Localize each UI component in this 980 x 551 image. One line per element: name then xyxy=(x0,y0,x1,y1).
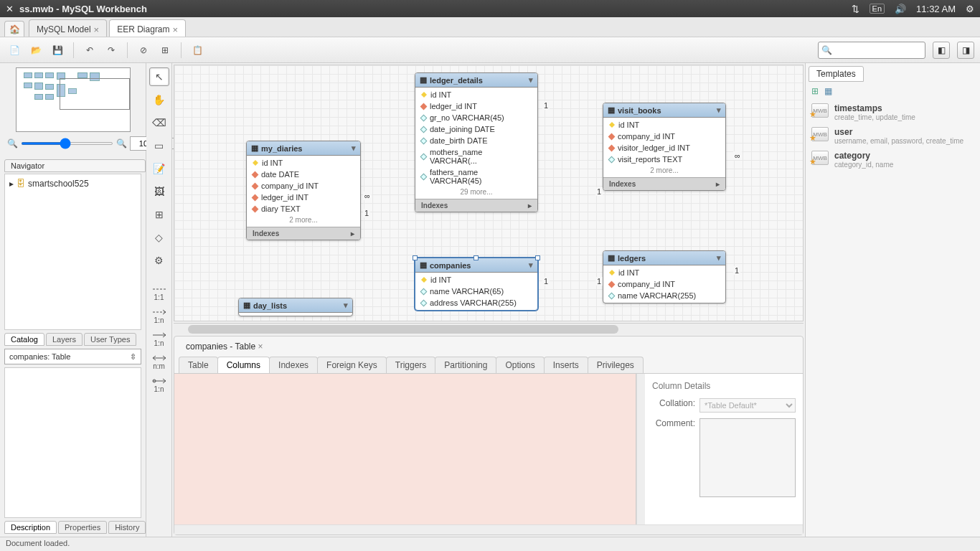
indexes-section[interactable]: Indexes▸ xyxy=(247,227,360,240)
table-column[interactable]: id INT xyxy=(247,157,360,169)
view-tool[interactable]: ◇ xyxy=(149,228,169,247)
minimap[interactable] xyxy=(16,67,131,132)
indexes-section[interactable]: Indexes▸ xyxy=(415,199,537,212)
layer-tool[interactable]: ▭ xyxy=(149,136,169,155)
close-icon[interactable]: × xyxy=(173,24,179,35)
table-column[interactable]: fathers_name VARCHAR(45) xyxy=(415,166,537,187)
table-header[interactable]: ▦ledgers▾ xyxy=(603,251,725,265)
validate-button[interactable]: ⊘ xyxy=(135,42,152,59)
template-item-timestamps[interactable]: MWB★timestampscreate_time, update_time xyxy=(809,100,977,124)
table-column[interactable]: id INT xyxy=(415,274,537,286)
table-header[interactable]: ▦my_diaries▾ xyxy=(247,141,360,156)
columns-grid[interactable] xyxy=(174,374,636,524)
eer-table-companies[interactable]: ▦companies▾id INTname VARCHAR(65)address… xyxy=(415,258,538,311)
template-list-icon[interactable]: ▦ xyxy=(824,86,832,96)
eer-table-ledgers[interactable]: ▦ledgers▾id INTcompany_id INTname VARCHA… xyxy=(603,250,726,303)
table-column[interactable]: company_id INT xyxy=(247,180,360,192)
table-column[interactable]: ledger_id INT xyxy=(247,192,360,203)
templates-tab[interactable]: Templates xyxy=(809,66,864,82)
subtab-inserts[interactable]: Inserts xyxy=(544,357,588,373)
rel-1-n-id-tool[interactable]: 1:n xyxy=(149,330,170,349)
table-column[interactable]: address VARCHAR(255) xyxy=(415,297,537,309)
tab-layers[interactable]: Layers xyxy=(46,333,83,346)
subtab-table[interactable]: Table xyxy=(179,357,218,373)
navigator-tab[interactable]: Navigator xyxy=(4,159,146,172)
rel-n-m-tool[interactable]: n:m xyxy=(149,353,170,372)
expand-icon[interactable]: ▸ xyxy=(9,179,14,189)
table-column[interactable]: date_birth DATE xyxy=(415,135,537,146)
zoom-in-icon[interactable]: 🔍 xyxy=(116,138,127,149)
comment-textarea[interactable] xyxy=(699,418,796,497)
tab-mysql-model[interactable]: MySQL Model× xyxy=(29,19,107,37)
collapse-icon[interactable]: ▾ xyxy=(717,105,721,115)
volume-icon[interactable]: 🔊 xyxy=(895,4,906,14)
tab-eer-diagram[interactable]: EER Diagram× xyxy=(109,19,186,37)
more-columns[interactable]: 2 more... xyxy=(247,215,360,225)
close-icon[interactable]: × xyxy=(94,24,100,35)
clock[interactable]: 11:32 AM xyxy=(916,4,956,14)
subtab-options[interactable]: Options xyxy=(496,357,544,373)
table-column[interactable]: visitor_ledger_id INT xyxy=(603,142,725,154)
zoom-out-icon[interactable]: 🔍 xyxy=(7,138,18,149)
object-selector[interactable]: companies: Table⇳ xyxy=(4,349,141,364)
table-column[interactable]: company_id INT xyxy=(603,278,725,290)
note-tool[interactable]: 📝 xyxy=(149,159,169,178)
panel-toggle-1[interactable]: ◧ xyxy=(933,42,950,59)
table-column[interactable]: date DATE xyxy=(247,169,360,180)
tab-properties[interactable]: Properties xyxy=(58,521,107,534)
collapse-icon[interactable]: ▾ xyxy=(352,143,356,153)
more-columns[interactable]: 29 more... xyxy=(415,187,537,197)
rel-1-n-tool[interactable]: 1:n xyxy=(149,307,170,326)
more-columns[interactable]: 2 more... xyxy=(603,165,725,176)
table-header[interactable]: ▦day_lists▾ xyxy=(239,298,352,313)
eer-canvas[interactable]: ▦my_diaries▾id INTdate DATEcompany_id IN… xyxy=(174,65,804,321)
schema-item[interactable]: ▸ 🗄 smartschool525 xyxy=(8,177,138,190)
eer-table-ledger_details[interactable]: ▦ledger_details▾id INTledger_id INTgr_no… xyxy=(415,72,538,212)
rel-1-n-pick-tool[interactable]: 1:n xyxy=(149,376,170,395)
new-template-icon[interactable]: ⊞ xyxy=(811,86,819,96)
open-file-button[interactable]: 📂 xyxy=(27,42,44,59)
home-button[interactable]: 🏠 xyxy=(4,21,24,37)
eer-table-day_lists[interactable]: ▦day_lists▾ xyxy=(238,298,353,316)
subtab-partitioning[interactable]: Partitioning xyxy=(435,357,496,373)
collapse-icon[interactable]: ▾ xyxy=(717,253,721,263)
export-button[interactable]: 📋 xyxy=(189,42,206,59)
collapse-icon[interactable]: ▾ xyxy=(529,75,533,85)
search-input[interactable] xyxy=(832,45,922,55)
eer-table-visit_books[interactable]: ▦visit_books▾id INTcompany_id INTvisitor… xyxy=(603,103,726,191)
new-file-button[interactable]: 📄 xyxy=(6,42,23,59)
undo-button[interactable]: ↶ xyxy=(81,42,98,59)
table-header[interactable]: ▦visit_books▾ xyxy=(603,103,725,118)
eer-table-my_diaries[interactable]: ▦my_diaries▾id INTdate DATEcompany_id IN… xyxy=(246,141,361,240)
hand-tool[interactable]: ✋ xyxy=(149,90,169,109)
table-column[interactable]: visit_reports TEXT xyxy=(603,154,725,165)
tab-history[interactable]: History xyxy=(108,521,146,534)
subtab-indexes[interactable]: Indexes xyxy=(269,357,318,373)
eraser-tool[interactable]: ⌫ xyxy=(149,113,169,132)
table-column[interactable]: diary TEXT xyxy=(247,203,360,215)
gear-icon[interactable]: ⚙ xyxy=(966,4,974,14)
subtab-triggers[interactable]: Triggers xyxy=(386,357,436,373)
table-column[interactable]: name VARCHAR(65) xyxy=(415,286,537,297)
panel-toggle-2[interactable]: ◨ xyxy=(957,42,974,59)
table-header[interactable]: ▦ledger_details▾ xyxy=(415,73,537,88)
image-tool[interactable]: 🖼 xyxy=(149,182,169,201)
tab-description[interactable]: Description xyxy=(4,521,57,534)
table-column[interactable]: date_joining DATE xyxy=(415,123,537,135)
table-header[interactable]: ▦companies▾ xyxy=(415,258,537,273)
table-tool[interactable]: ⊞ xyxy=(149,205,169,224)
table-column[interactable]: company_id INT xyxy=(603,131,725,142)
grid-button[interactable]: ⊞ xyxy=(156,42,174,59)
subtab-foreign-keys[interactable]: Foreign Keys xyxy=(317,357,387,373)
pointer-tool[interactable]: ↖ xyxy=(149,67,169,86)
table-column[interactable]: id INT xyxy=(415,89,537,100)
collation-select[interactable]: *Table Default* xyxy=(699,398,796,413)
table-column[interactable]: id INT xyxy=(603,267,725,278)
search-box[interactable]: 🔍 xyxy=(818,42,925,59)
description-area[interactable] xyxy=(4,367,141,518)
editor-tab-label[interactable]: companies - Table × xyxy=(180,339,269,354)
collapse-icon[interactable]: ▾ xyxy=(529,260,533,270)
redo-button[interactable]: ↷ xyxy=(103,42,120,59)
editor-hscrollbar[interactable] xyxy=(174,524,803,534)
catalog-tree[interactable]: ▸ 🗄 smartschool525 xyxy=(4,174,141,330)
